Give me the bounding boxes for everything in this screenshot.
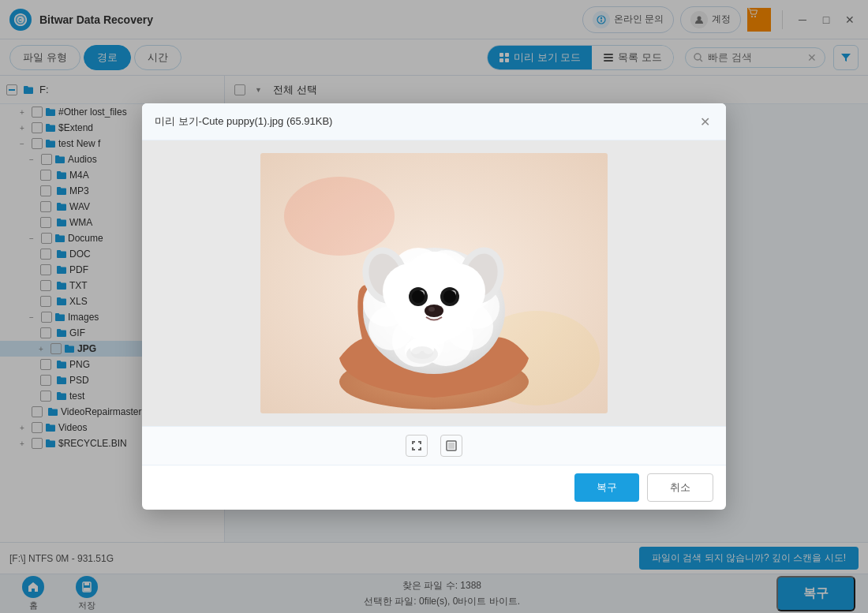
svg-point-75	[443, 290, 456, 303]
modal-footer: 복구 취소	[142, 465, 726, 510]
svg-point-77	[428, 307, 435, 312]
svg-point-76	[425, 305, 443, 317]
modal-body	[142, 140, 726, 426]
modal-recover-button[interactable]: 복구	[574, 473, 639, 502]
preview-image	[260, 153, 608, 413]
svg-rect-85	[448, 443, 455, 449]
modal-header: 미리 보기-Cute puppy(1).jpg (65.91KB) ✕	[142, 103, 726, 140]
expand-button[interactable]	[406, 435, 428, 457]
fit-button[interactable]	[440, 435, 462, 457]
modal-overlay: 미리 보기-Cute puppy(1).jpg (65.91KB) ✕	[0, 0, 868, 613]
modal-close-button[interactable]: ✕	[696, 113, 713, 130]
svg-point-74	[412, 290, 425, 303]
modal-controls	[142, 426, 726, 465]
svg-point-83	[411, 346, 433, 359]
modal-cancel-button[interactable]: 취소	[647, 473, 713, 502]
modal-title: 미리 보기-Cute puppy(1).jpg (65.91KB)	[155, 114, 696, 129]
svg-point-48	[284, 177, 395, 256]
preview-modal: 미리 보기-Cute puppy(1).jpg (65.91KB) ✕	[142, 103, 726, 510]
